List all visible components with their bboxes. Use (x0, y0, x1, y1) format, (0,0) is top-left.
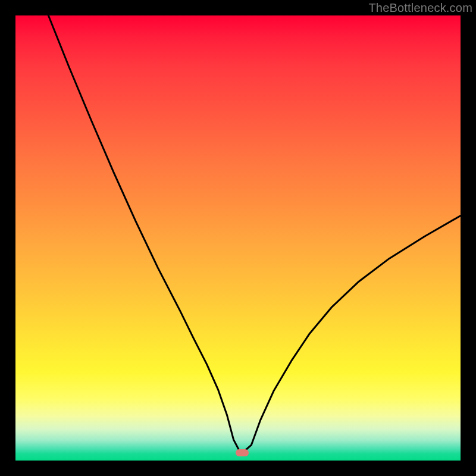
bottleneck-curve (15, 15, 461, 461)
optimum-marker-icon (236, 449, 249, 456)
chart-frame: TheBottleneck.com (0, 0, 476, 476)
plot-area (15, 15, 461, 461)
watermark-text: TheBottleneck.com (368, 1, 472, 15)
